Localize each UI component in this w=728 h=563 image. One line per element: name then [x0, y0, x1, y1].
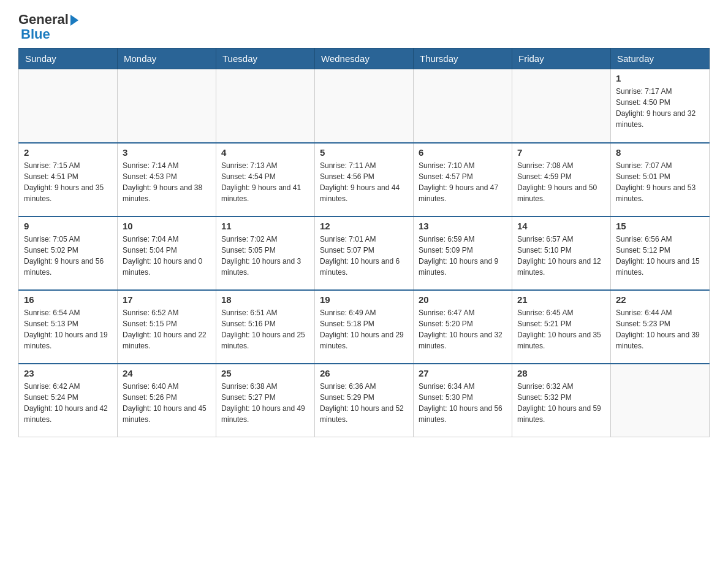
day-info: Sunrise: 7:14 AM Sunset: 4:53 PM Dayligh… — [123, 160, 211, 204]
day-number: 4 — [221, 147, 309, 158]
day-info: Sunrise: 7:13 AM Sunset: 4:54 PM Dayligh… — [221, 160, 309, 204]
calendar-week-row: 9Sunrise: 7:05 AM Sunset: 5:02 PM Daylig… — [19, 216, 710, 290]
calendar-cell: 2Sunrise: 7:15 AM Sunset: 4:51 PM Daylig… — [19, 143, 118, 216]
calendar-cell: 10Sunrise: 7:04 AM Sunset: 5:04 PM Dayli… — [118, 216, 216, 290]
day-number: 8 — [616, 147, 704, 158]
day-number: 9 — [24, 221, 112, 231]
calendar-day-header: Friday — [512, 48, 611, 69]
calendar-cell: 6Sunrise: 7:10 AM Sunset: 4:57 PM Daylig… — [414, 143, 512, 216]
calendar-cell: 27Sunrise: 6:34 AM Sunset: 5:30 PM Dayli… — [414, 364, 512, 437]
day-number: 26 — [320, 368, 408, 378]
calendar-cell: 15Sunrise: 6:56 AM Sunset: 5:12 PM Dayli… — [611, 216, 710, 290]
calendar-cell — [216, 69, 315, 143]
logo-blue-text: Blue — [21, 27, 78, 42]
calendar-day-header: Saturday — [611, 48, 710, 69]
calendar-cell: 7Sunrise: 7:08 AM Sunset: 4:59 PM Daylig… — [512, 143, 611, 216]
day-info: Sunrise: 6:38 AM Sunset: 5:27 PM Dayligh… — [221, 381, 309, 425]
day-info: Sunrise: 6:52 AM Sunset: 5:15 PM Dayligh… — [123, 307, 211, 351]
day-number: 13 — [419, 221, 507, 231]
calendar-cell: 16Sunrise: 6:54 AM Sunset: 5:13 PM Dayli… — [19, 290, 118, 364]
calendar-week-row: 2Sunrise: 7:15 AM Sunset: 4:51 PM Daylig… — [19, 143, 710, 216]
calendar-header-row: SundayMondayTuesdayWednesdayThursdayFrid… — [19, 48, 710, 69]
day-info: Sunrise: 7:05 AM Sunset: 5:02 PM Dayligh… — [24, 234, 112, 278]
day-info: Sunrise: 7:15 AM Sunset: 4:51 PM Dayligh… — [24, 160, 112, 204]
calendar-cell: 4Sunrise: 7:13 AM Sunset: 4:54 PM Daylig… — [216, 143, 315, 216]
day-number: 16 — [24, 294, 112, 305]
calendar-cell: 22Sunrise: 6:44 AM Sunset: 5:23 PM Dayli… — [611, 290, 710, 364]
day-info: Sunrise: 6:36 AM Sunset: 5:29 PM Dayligh… — [320, 381, 408, 425]
calendar-week-row: 1Sunrise: 7:17 AM Sunset: 4:50 PM Daylig… — [19, 69, 710, 143]
calendar-day-header: Thursday — [414, 48, 512, 69]
page-header: General Blue — [18, 12, 710, 42]
day-info: Sunrise: 7:08 AM Sunset: 4:59 PM Dayligh… — [517, 160, 605, 204]
calendar-cell: 26Sunrise: 6:36 AM Sunset: 5:29 PM Dayli… — [315, 364, 414, 437]
calendar-cell — [414, 69, 512, 143]
day-number: 14 — [517, 221, 605, 231]
day-number: 5 — [320, 147, 408, 158]
day-number: 24 — [123, 368, 211, 378]
day-number: 19 — [320, 294, 408, 305]
calendar-cell: 18Sunrise: 6:51 AM Sunset: 5:16 PM Dayli… — [216, 290, 315, 364]
logo: General Blue — [18, 12, 78, 42]
calendar-cell: 24Sunrise: 6:40 AM Sunset: 5:26 PM Dayli… — [118, 364, 216, 437]
calendar-cell: 28Sunrise: 6:32 AM Sunset: 5:32 PM Dayli… — [512, 364, 611, 437]
calendar-cell: 20Sunrise: 6:47 AM Sunset: 5:20 PM Dayli… — [414, 290, 512, 364]
day-info: Sunrise: 6:47 AM Sunset: 5:20 PM Dayligh… — [419, 307, 507, 351]
day-info: Sunrise: 6:49 AM Sunset: 5:18 PM Dayligh… — [320, 307, 408, 351]
calendar-cell — [512, 69, 611, 143]
day-number: 12 — [320, 221, 408, 231]
calendar-cell: 19Sunrise: 6:49 AM Sunset: 5:18 PM Dayli… — [315, 290, 414, 364]
day-number: 11 — [221, 221, 309, 231]
calendar-week-row: 16Sunrise: 6:54 AM Sunset: 5:13 PM Dayli… — [19, 290, 710, 364]
day-number: 28 — [517, 368, 605, 378]
day-number: 17 — [123, 294, 211, 305]
calendar-cell — [118, 69, 216, 143]
day-info: Sunrise: 6:54 AM Sunset: 5:13 PM Dayligh… — [24, 307, 112, 351]
day-number: 20 — [419, 294, 507, 305]
day-info: Sunrise: 6:59 AM Sunset: 5:09 PM Dayligh… — [419, 234, 507, 278]
day-info: Sunrise: 6:56 AM Sunset: 5:12 PM Dayligh… — [616, 234, 704, 278]
calendar-day-header: Sunday — [19, 48, 118, 69]
calendar-cell — [315, 69, 414, 143]
day-number: 22 — [616, 294, 704, 305]
calendar-cell: 21Sunrise: 6:45 AM Sunset: 5:21 PM Dayli… — [512, 290, 611, 364]
day-info: Sunrise: 6:51 AM Sunset: 5:16 PM Dayligh… — [221, 307, 309, 351]
calendar-cell: 25Sunrise: 6:38 AM Sunset: 5:27 PM Dayli… — [216, 364, 315, 437]
day-info: Sunrise: 6:57 AM Sunset: 5:10 PM Dayligh… — [517, 234, 605, 278]
calendar-cell: 23Sunrise: 6:42 AM Sunset: 5:24 PM Dayli… — [19, 364, 118, 437]
day-info: Sunrise: 6:32 AM Sunset: 5:32 PM Dayligh… — [517, 381, 605, 425]
day-info: Sunrise: 6:34 AM Sunset: 5:30 PM Dayligh… — [419, 381, 507, 425]
day-info: Sunrise: 7:01 AM Sunset: 5:07 PM Dayligh… — [320, 234, 408, 278]
day-number: 27 — [419, 368, 507, 378]
day-number: 15 — [616, 221, 704, 231]
day-info: Sunrise: 7:17 AM Sunset: 4:50 PM Dayligh… — [616, 86, 704, 130]
day-info: Sunrise: 6:40 AM Sunset: 5:26 PM Dayligh… — [123, 381, 211, 425]
calendar-week-row: 23Sunrise: 6:42 AM Sunset: 5:24 PM Dayli… — [19, 364, 710, 437]
day-number: 23 — [24, 368, 112, 378]
calendar-cell: 5Sunrise: 7:11 AM Sunset: 4:56 PM Daylig… — [315, 143, 414, 216]
day-info: Sunrise: 7:04 AM Sunset: 5:04 PM Dayligh… — [123, 234, 211, 278]
day-info: Sunrise: 7:07 AM Sunset: 5:01 PM Dayligh… — [616, 160, 704, 204]
calendar-cell: 12Sunrise: 7:01 AM Sunset: 5:07 PM Dayli… — [315, 216, 414, 290]
day-info: Sunrise: 7:10 AM Sunset: 4:57 PM Dayligh… — [419, 160, 507, 204]
day-number: 1 — [616, 73, 704, 83]
day-number: 3 — [123, 147, 211, 158]
day-number: 21 — [517, 294, 605, 305]
calendar-cell: 9Sunrise: 7:05 AM Sunset: 5:02 PM Daylig… — [19, 216, 118, 290]
day-number: 25 — [221, 368, 309, 378]
calendar-cell: 17Sunrise: 6:52 AM Sunset: 5:15 PM Dayli… — [118, 290, 216, 364]
calendar-cell: 3Sunrise: 7:14 AM Sunset: 4:53 PM Daylig… — [118, 143, 216, 216]
day-number: 7 — [517, 147, 605, 158]
day-info: Sunrise: 7:11 AM Sunset: 4:56 PM Dayligh… — [320, 160, 408, 204]
day-number: 18 — [221, 294, 309, 305]
calendar-day-header: Wednesday — [315, 48, 414, 69]
calendar-cell — [19, 69, 118, 143]
calendar-cell: 1Sunrise: 7:17 AM Sunset: 4:50 PM Daylig… — [611, 69, 710, 143]
calendar-cell — [611, 364, 710, 437]
calendar-table: SundayMondayTuesdayWednesdayThursdayFrid… — [18, 48, 710, 437]
day-info: Sunrise: 6:45 AM Sunset: 5:21 PM Dayligh… — [517, 307, 605, 351]
calendar-cell: 13Sunrise: 6:59 AM Sunset: 5:09 PM Dayli… — [414, 216, 512, 290]
calendar-day-header: Monday — [118, 48, 216, 69]
calendar-cell: 8Sunrise: 7:07 AM Sunset: 5:01 PM Daylig… — [611, 143, 710, 216]
calendar-day-header: Tuesday — [216, 48, 315, 69]
